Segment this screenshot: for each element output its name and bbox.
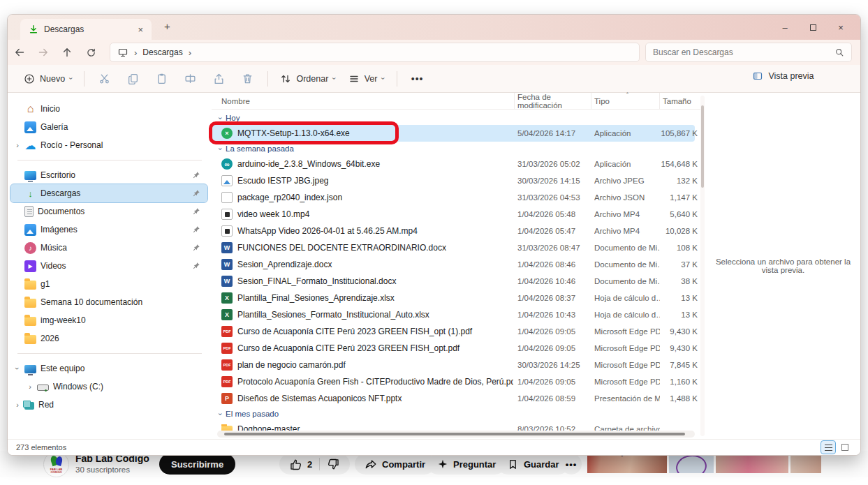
group-collapse-chevron-icon[interactable]: ›: [216, 410, 224, 418]
sidebar-item-inicio[interactable]: ⌂Inicio: [10, 100, 207, 118]
expander-chevron-icon[interactable]: ›: [10, 401, 24, 409]
file-row[interactable]: WSesion_FINAL_Formato_Institucional.docx…: [212, 273, 695, 290]
file-row[interactable]: ∞arduino-ide_2.3.8_Windows_64bit.exe31/0…: [212, 156, 695, 172]
expander-chevron-icon[interactable]: ›: [13, 361, 22, 375]
file-name: MQTTX-Setup-1.13.0-x64.exe: [237, 128, 350, 138]
minimize-button[interactable]: –: [771, 15, 799, 40]
scrollbar-thumb[interactable]: [224, 433, 685, 435]
cut-button[interactable]: [90, 68, 119, 90]
forward-button[interactable]: [31, 42, 55, 63]
sidebar-item-semana-10-documentaci-n[interactable]: Semana 10 documentación: [10, 293, 207, 311]
sidebar-item-2026[interactable]: 2026: [10, 329, 207, 348]
group-header-el-mes-pasado[interactable]: ›El mes pasado: [212, 407, 700, 421]
file-row[interactable]: Escudo IESTP JBG.jpeg30/03/2026 14:15Arc…: [212, 172, 695, 189]
refresh-button[interactable]: [79, 42, 103, 63]
file-row[interactable]: WhatsApp Video 2026-04-01 at 5.46.25 AM.…: [212, 223, 695, 239]
paste-button[interactable]: [147, 68, 176, 90]
search-placeholder: Buscar en Descargas: [653, 47, 834, 57]
share-button[interactable]: Compartir: [355, 454, 435, 475]
new-button[interactable]: Nuevo›: [17, 68, 78, 90]
column-header-type[interactable]: Tipo: [591, 93, 660, 110]
dislike-icon[interactable]: [327, 458, 340, 471]
view-button[interactable]: Ver›: [342, 68, 391, 90]
column-header-size[interactable]: Tamaño: [660, 93, 699, 110]
horizontal-scrollbar[interactable]: [217, 431, 695, 438]
group-header-la-semana-pasada[interactable]: ›La semana pasada: [212, 142, 700, 156]
preview-pane: Selecciona un archivo para obtener la vi…: [706, 93, 860, 439]
explorer-tab[interactable]: Descargas ×: [20, 19, 152, 40]
file-row[interactable]: PDFplan de negocio camarón.pdf30/03/2026…: [212, 357, 695, 373]
column-header-date[interactable]: Fecha de modificación: [515, 93, 591, 110]
group-collapse-chevron-icon[interactable]: ›: [216, 144, 224, 153]
file-row[interactable]: ×MQTTX-Setup-1.13.0-x64.exe5/04/2026 14:…: [212, 125, 695, 142]
titlebar[interactable]: Descargas × + – ×: [8, 15, 860, 40]
sidebar-item-img-week10[interactable]: img-week10: [10, 311, 207, 329]
ask-button[interactable]: Preguntar: [427, 454, 506, 475]
file-size: 10,028 K: [645, 227, 698, 235]
vertical-scrollbar[interactable]: [700, 96, 705, 436]
delete-button[interactable]: [233, 68, 262, 90]
file-row[interactable]: PDFCurso de Acuaponía CITE Perú 2023 GRE…: [212, 340, 695, 357]
sidebar-item-g1[interactable]: g1: [10, 275, 207, 293]
new-tab-button[interactable]: +: [160, 20, 175, 32]
file-name-cell: package_rp2040_index.json: [221, 192, 513, 203]
group-collapse-chevron-icon[interactable]: ›: [216, 114, 224, 122]
back-button[interactable]: [8, 42, 31, 63]
maximize-button[interactable]: [799, 15, 827, 40]
sidebar-item-m-sica[interactable]: ♪Música: [10, 239, 207, 257]
file-row[interactable]: package_rp2040_index.json31/03/2026 04:5…: [212, 189, 695, 206]
sidebar-item-descargas[interactable]: ↓Descargas: [10, 184, 207, 202]
sidebar-item-videos[interactable]: ▶Videos: [10, 257, 207, 275]
file-row[interactable]: XPlantilla_Sesiones_Formato_Instituciona…: [212, 306, 695, 323]
navigation-pane: ⌂InicioGalería›☁Rocío - PersonalEscritor…: [8, 93, 212, 439]
large-icons-view-button[interactable]: [838, 441, 852, 454]
details-view-button[interactable]: [821, 441, 835, 454]
file-row[interactable]: WFUNCIONES DEL DOCENTE EXTRAORDINARIO.do…: [212, 239, 695, 256]
file-date: 30/03/2026 14:25: [517, 361, 591, 369]
sidebar-item-im-genes[interactable]: Imágenes: [10, 221, 207, 239]
file-row[interactable]: PDFProtocolo Acuaponía Green Fish - CITE…: [212, 373, 695, 390]
more-actions-button[interactable]: •••: [561, 454, 582, 475]
file-row[interactable]: video week 10.mp41/04/2026 05:48Archivo …: [212, 206, 695, 223]
file-row[interactable]: XPlantilla_Final_Sesiones_Aprendizaje.xl…: [212, 290, 695, 306]
copy-button[interactable]: [119, 68, 147, 90]
like-dislike-pill[interactable]: 2: [279, 454, 350, 475]
sidebar-item-este-equipo[interactable]: ›Este equipo: [10, 359, 207, 378]
music-icon: ♪: [24, 242, 36, 254]
expander-chevron-icon[interactable]: ›: [10, 141, 24, 149]
group-header-hoy[interactable]: ›Hoy: [212, 111, 700, 125]
sidebar-item-windows-c-[interactable]: ›Windows (C:): [10, 378, 207, 396]
scrollbar-thumb[interactable]: [701, 105, 704, 188]
search-input[interactable]: Buscar en Descargas: [645, 43, 852, 62]
pin-icon: [192, 225, 200, 234]
breadcrumb[interactable]: › Descargas ›: [110, 43, 640, 62]
sidebar-item-documentos[interactable]: Documentos: [10, 202, 207, 221]
up-button[interactable]: [55, 42, 79, 63]
sidebar-item-roc-o-personal[interactable]: ›☁Rocío - Personal: [10, 136, 207, 154]
file-row[interactable]: PDFCurso de Acuaponía CITE Perú 2023 GRE…: [212, 323, 695, 340]
sidebar-item-red[interactable]: ›Red: [10, 396, 207, 414]
sidebar-item-label: Windows (C:): [53, 382, 207, 391]
pdf-file-icon: PDF: [221, 343, 233, 354]
subscribe-button[interactable]: Suscribirme: [159, 454, 235, 475]
see-more-button[interactable]: •••: [403, 73, 432, 84]
this-pc-icon[interactable]: [117, 47, 128, 58]
save-button[interactable]: Guardar: [497, 454, 569, 475]
sidebar-item-escritorio[interactable]: Escritorio: [10, 166, 207, 184]
sidebar-item-label: g1: [41, 279, 207, 289]
tab-close-button[interactable]: ×: [135, 24, 146, 35]
column-header-name[interactable]: Nombre: [219, 93, 515, 110]
expander-chevron-icon[interactable]: ›: [23, 382, 37, 391]
file-name-cell: ∞arduino-ide_2.3.8_Windows_64bit.exe: [221, 158, 513, 170]
rename-button[interactable]: [176, 68, 205, 90]
share-button[interactable]: [205, 68, 233, 90]
file-row[interactable]: PDiseños de Sistemas Acuaponicos NFT.ppt…: [212, 390, 695, 407]
file-row[interactable]: WSesion_Aprendizaje.docx1/04/2026 08:46D…: [212, 256, 695, 273]
sort-button[interactable]: Ordenar›: [274, 68, 341, 90]
sidebar-item-galer-a[interactable]: Galería: [10, 118, 207, 136]
close-button[interactable]: ×: [827, 15, 855, 40]
file-name-cell: WSesion_Aprendizaje.docx: [221, 259, 513, 270]
preview-toggle-button[interactable]: Vista previa: [706, 65, 860, 87]
breadcrumb-folder[interactable]: Descargas: [142, 47, 182, 57]
like-icon[interactable]: [289, 458, 302, 471]
